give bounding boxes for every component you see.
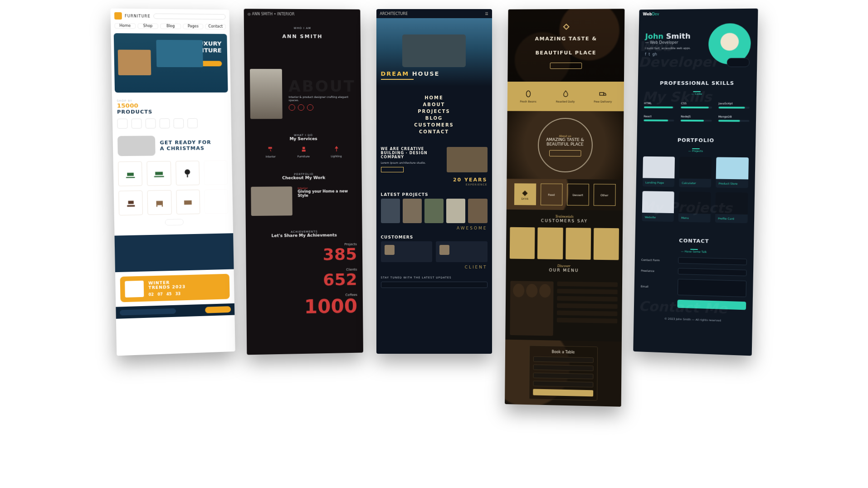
ghost-about: ABOUT	[288, 77, 356, 95]
contact-title: CONTACT	[641, 237, 747, 245]
project-thumb[interactable]	[468, 199, 487, 223]
menu-cat[interactable]: Food	[540, 184, 562, 205]
project-thumb[interactable]	[381, 199, 400, 223]
subscribe-input[interactable]	[381, 282, 488, 288]
product-card[interactable]	[175, 161, 199, 185]
nav-link[interactable]: BLOG	[376, 116, 492, 121]
skill-name: MongoDB	[718, 115, 749, 118]
bio: I build fast, accessible web apps.	[645, 46, 704, 50]
guests-field[interactable]	[532, 381, 593, 388]
send-button[interactable]	[677, 300, 746, 310]
readmore-button[interactable]	[381, 167, 404, 172]
page-title: ANN SMITH	[249, 34, 355, 40]
project-card[interactable]: Menu	[678, 191, 711, 222]
cup-icon	[539, 284, 551, 298]
nav-link[interactable]: HOME	[376, 95, 492, 100]
social-icon[interactable]	[307, 104, 313, 111]
message-field[interactable]	[677, 279, 746, 297]
category-chip[interactable]	[117, 119, 127, 129]
project-card[interactable]: Calculator	[679, 157, 712, 188]
project-thumb[interactable]	[403, 199, 422, 223]
svg-point-0	[185, 169, 190, 175]
product-card[interactable]	[204, 189, 228, 214]
discover-button[interactable]	[550, 63, 582, 69]
product-card[interactable]	[147, 190, 171, 215]
category-chip[interactable]	[173, 118, 184, 128]
hero-cta-button[interactable]	[193, 61, 222, 66]
footer	[116, 303, 234, 319]
menu-cat[interactable]: Dessert	[566, 184, 589, 205]
product-card[interactable]	[146, 161, 171, 186]
product-card[interactable]	[118, 161, 142, 186]
project-card[interactable]: Landing Page	[642, 156, 674, 187]
project-card[interactable]: Product Store	[716, 157, 749, 188]
social-icon[interactable]	[288, 104, 295, 111]
contact-sub: — Have Some Talk	[641, 249, 747, 254]
stat-value: 385	[251, 246, 357, 264]
project-thumb[interactable]	[446, 199, 465, 223]
products-header: SHOP BY 15000 PRODUCTS GET READY FOR A C…	[112, 95, 233, 230]
category-chip[interactable]	[187, 118, 198, 128]
product-card[interactable]	[204, 161, 228, 185]
twitter-icon[interactable]: t	[648, 52, 649, 56]
email-input[interactable]	[119, 308, 176, 316]
project-card[interactable]: Website	[642, 191, 674, 222]
more-button[interactable]	[165, 219, 183, 226]
work-image[interactable]	[251, 186, 293, 216]
brand: ANN SMITH • INTERIOR	[252, 12, 294, 16]
name-field[interactable]	[533, 356, 593, 363]
send-button[interactable]	[205, 306, 231, 313]
title: CUSTOMERS SAY	[506, 218, 623, 224]
menu-cat[interactable]: ◆ Drink	[514, 183, 536, 205]
nav-tab[interactable]: Blog	[160, 24, 181, 29]
chair-icon	[300, 146, 307, 153]
menu-item[interactable]	[556, 311, 617, 316]
name-field[interactable]	[678, 257, 747, 265]
menu-icon[interactable]: ☰	[485, 12, 488, 16]
project-name: Profile Card	[715, 214, 747, 223]
testimonial-card	[565, 228, 590, 260]
menu-item[interactable]	[557, 289, 617, 294]
email-field[interactable]	[533, 365, 593, 371]
service-name: Furniture	[293, 155, 314, 158]
facebook-icon[interactable]: f	[644, 52, 646, 56]
nav-tab[interactable]: Shop	[137, 23, 158, 29]
nav-link[interactable]: PROJECTS	[376, 109, 492, 114]
nav-link[interactable]: ABOUT	[376, 102, 492, 107]
subject-field[interactable]	[678, 268, 746, 276]
social-icon[interactable]	[297, 104, 304, 111]
readmore-button[interactable]	[549, 150, 581, 156]
nav-tab[interactable]: Home	[114, 23, 136, 29]
menu-cat[interactable]: Other	[593, 184, 615, 206]
stat-value: 652	[251, 272, 357, 289]
testimonial-card	[537, 227, 563, 259]
cat-label: Dessert	[572, 193, 583, 196]
project-thumb[interactable]	[424, 199, 444, 223]
work-caption: Giving your Home a new Style	[297, 189, 356, 198]
menu-item[interactable]	[557, 303, 617, 309]
brand-band	[114, 233, 234, 272]
nav-link[interactable]: CONTACT	[376, 129, 492, 134]
nav-tab[interactable]: Contact	[205, 24, 225, 29]
menu-item[interactable]	[557, 296, 617, 302]
tagline: AMAZING TASTE &	[535, 36, 597, 42]
book-button[interactable]	[532, 389, 593, 396]
product-card[interactable]	[118, 190, 143, 215]
menu-item[interactable]	[557, 282, 617, 287]
category-chip[interactable]	[145, 118, 156, 128]
template-architecture: ARCHITECTURE ☰ DREAM HOUSE HOME ABOUT PR…	[376, 9, 492, 354]
skills-title: PROFESSIONAL SKILLS	[644, 80, 750, 86]
category-chip[interactable]	[159, 118, 170, 128]
nav-tab[interactable]: Pages	[183, 24, 204, 29]
search-input[interactable]	[153, 14, 225, 20]
menu-item[interactable]	[556, 318, 617, 323]
project-card[interactable]: Profile Card	[715, 192, 748, 224]
github-icon[interactable]: gh	[652, 52, 657, 56]
date-field[interactable]	[533, 373, 593, 380]
paint-icon	[267, 146, 274, 153]
portfolio-title: PORTFOLIO	[643, 137, 749, 144]
category-chip[interactable]	[131, 118, 141, 128]
product-card[interactable]	[176, 190, 200, 215]
nav-link[interactable]: CUSTOMERS	[376, 122, 492, 127]
skills-sub: — Code	[644, 92, 750, 95]
